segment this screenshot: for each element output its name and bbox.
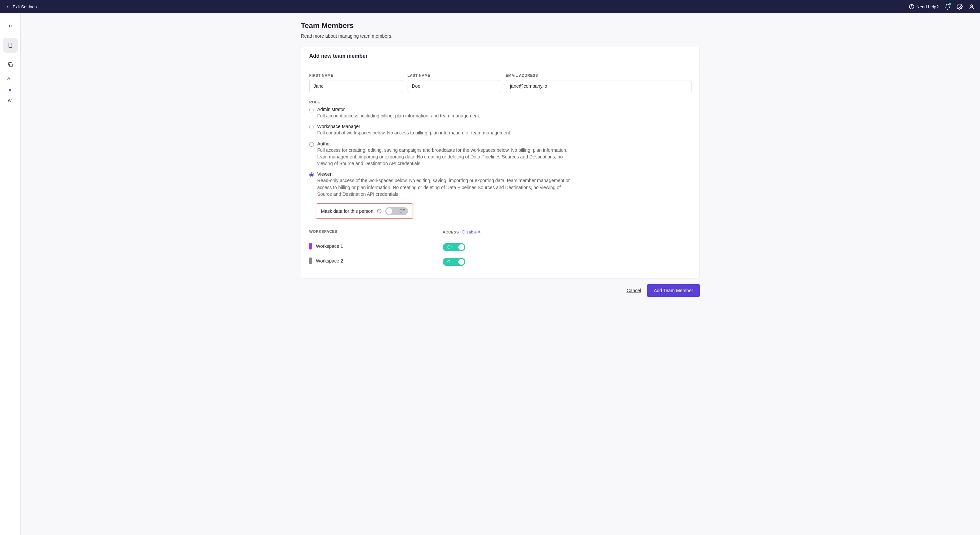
sidebar-label-2[interactable]: W.	[8, 99, 13, 103]
help-icon	[377, 209, 382, 214]
profile-button[interactable]	[969, 4, 975, 10]
radio-viewer[interactable]	[309, 172, 314, 177]
gear-icon	[957, 4, 963, 10]
role-option-viewer[interactable]: Viewer Read-only access of the workspace…	[309, 172, 692, 197]
role-option-administrator[interactable]: Administrator Full account access, inclu…	[309, 107, 692, 119]
workspace-color-2	[309, 258, 312, 264]
workspace-1-toggle[interactable]: On	[442, 243, 465, 251]
exit-settings-button[interactable]: Exit Settings	[5, 4, 37, 10]
email-input[interactable]	[506, 80, 692, 92]
workspace-row-2: Workspace 2	[309, 255, 402, 267]
exit-settings-label: Exit Settings	[13, 4, 37, 10]
page-subtitle: Read more about managing team members.	[301, 33, 700, 39]
cancel-button[interactable]: Cancel	[627, 288, 641, 293]
disable-all-link[interactable]: Disable All	[462, 229, 483, 234]
sidebar: W… W.	[0, 13, 21, 535]
role-desc-author: Full access for creating, editing, savin…	[317, 147, 574, 167]
role-option-author[interactable]: Author Full access for creating, editing…	[309, 141, 692, 167]
need-help-link[interactable]: Need help?	[908, 4, 939, 10]
notifications-button[interactable]	[945, 4, 951, 10]
radio-administrator[interactable]	[309, 108, 314, 112]
role-title-administrator: Administrator	[317, 107, 480, 112]
svg-rect-4	[9, 43, 12, 48]
add-team-member-button[interactable]: Add Team Member	[647, 284, 700, 297]
role-title-workspace-manager: Workspace Manager	[317, 124, 511, 129]
subtitle-suffix: .	[391, 33, 393, 39]
workspace-name-1: Workspace 1	[316, 244, 343, 249]
sidebar-item-copy[interactable]	[3, 57, 18, 72]
workspace-2-toggle[interactable]: On	[442, 258, 465, 266]
need-help-label: Need help?	[916, 4, 939, 10]
svg-point-1	[911, 8, 912, 8]
mask-help-icon[interactable]	[377, 209, 382, 214]
chevron-left-icon	[5, 4, 10, 9]
managing-team-link[interactable]: managing team members	[338, 33, 391, 39]
first-name-input[interactable]	[309, 80, 402, 92]
last-name-label: Last Name	[407, 73, 501, 77]
role-label: Role	[309, 100, 692, 104]
ws1-toggle-text: On	[447, 245, 453, 250]
sidebar-expand[interactable]	[3, 19, 18, 33]
role-title-author: Author	[317, 141, 574, 146]
radio-workspace-manager[interactable]	[309, 125, 314, 129]
copy-icon	[7, 62, 13, 68]
page-title: Team Members	[301, 21, 700, 30]
role-desc-workspace-manager: Full control of workspaces below. No acc…	[317, 129, 511, 136]
workspace-name-2: Workspace 2	[316, 258, 343, 263]
role-desc-administrator: Full account access, including billing, …	[317, 112, 480, 119]
role-title-viewer: Viewer	[317, 172, 574, 177]
workspace-color-1	[309, 243, 312, 250]
svg-point-2	[959, 6, 961, 8]
building-icon	[7, 42, 13, 48]
sidebar-item-workspace[interactable]	[3, 38, 18, 53]
workspace-row-1: Workspace 1	[309, 240, 402, 252]
form-actions: Cancel Add Team Member	[293, 279, 708, 302]
user-icon	[969, 4, 975, 10]
workspaces-label: Workspaces	[309, 229, 337, 234]
svg-rect-11	[10, 64, 12, 67]
ws2-toggle-text: On	[447, 260, 453, 264]
access-label: Access	[442, 230, 459, 234]
sidebar-label-1: W…	[3, 77, 18, 81]
top-bar: Exit Settings Need help?	[0, 0, 980, 13]
help-icon	[908, 4, 915, 10]
subtitle-prefix: Read more about	[301, 33, 338, 39]
card-header: Add new team member	[301, 47, 700, 65]
mask-toggle-text: Off	[399, 209, 405, 213]
top-right: Need help?	[908, 4, 975, 10]
svg-point-3	[970, 5, 973, 7]
main-content: Team Members Read more about managing te…	[21, 13, 980, 535]
role-option-workspace-manager[interactable]: Workspace Manager Full control of worksp…	[309, 124, 692, 136]
chevrons-right-icon	[8, 23, 13, 29]
mask-data-toggle[interactable]: Off	[385, 207, 408, 215]
settings-button[interactable]	[957, 4, 963, 10]
last-name-input[interactable]	[407, 80, 501, 92]
first-name-label: First Name	[309, 73, 402, 77]
mask-data-label: Mask data for this person	[321, 209, 373, 214]
svg-point-13	[379, 212, 380, 212]
radio-author[interactable]	[309, 142, 314, 147]
email-label: Email Address	[506, 73, 692, 77]
role-desc-viewer: Read-only access of the workspaces below…	[317, 177, 574, 197]
sidebar-dot	[9, 89, 11, 91]
notification-dot	[949, 3, 951, 5]
add-member-card: Add new team member First Name Last Name…	[301, 47, 700, 279]
mask-data-row: Mask data for this person Off	[316, 204, 413, 219]
